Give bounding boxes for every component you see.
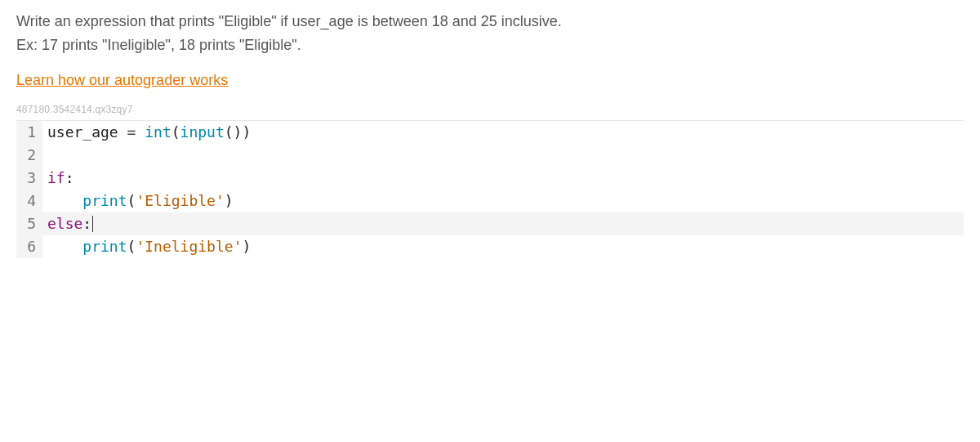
prompt-line-1: Write an expression that prints "Eligibl… bbox=[16, 10, 964, 33]
gutter-line-number: 3 bbox=[16, 167, 42, 190]
code-line-3[interactable]: 3 if: bbox=[16, 167, 964, 190]
gutter-line-number: 1 bbox=[16, 121, 42, 144]
exercise-container: Write an expression that prints "Eligibl… bbox=[0, 0, 980, 268]
gutter-line-number: 6 bbox=[16, 235, 42, 258]
learn-autograder-link[interactable]: Learn how our autograder works bbox=[16, 72, 228, 89]
code-line-1[interactable]: 1 user_age = int(input()) bbox=[16, 121, 964, 144]
prompt-line-2: Ex: 17 prints "Ineligible", 18 prints "E… bbox=[16, 33, 964, 57]
code-content[interactable]: print('Ineligible') bbox=[42, 235, 251, 258]
code-content[interactable]: user_age = int(input()) bbox=[42, 121, 251, 144]
gutter-line-number: 2 bbox=[16, 144, 42, 167]
code-line-4[interactable]: 4 print('Eligible') bbox=[16, 190, 964, 212]
code-content[interactable]: print('Eligible') bbox=[42, 190, 234, 212]
code-content[interactable]: else: bbox=[42, 212, 93, 235]
code-editor[interactable]: 1 user_age = int(input()) 2 3 if: 4 prin… bbox=[16, 120, 964, 258]
code-line-5[interactable]: 5 else: bbox=[16, 212, 964, 235]
question-id: 487180.3542414.qx3zqy7 bbox=[16, 104, 964, 115]
code-line-2[interactable]: 2 bbox=[16, 144, 964, 167]
gutter-line-number: 4 bbox=[16, 190, 42, 212]
code-content[interactable]: if: bbox=[42, 167, 74, 190]
code-line-6[interactable]: 6 print('Ineligible') bbox=[16, 235, 964, 258]
gutter-line-number: 5 bbox=[16, 212, 42, 235]
text-cursor bbox=[92, 216, 93, 232]
prompt-text: Write an expression that prints "Eligibl… bbox=[16, 10, 964, 57]
